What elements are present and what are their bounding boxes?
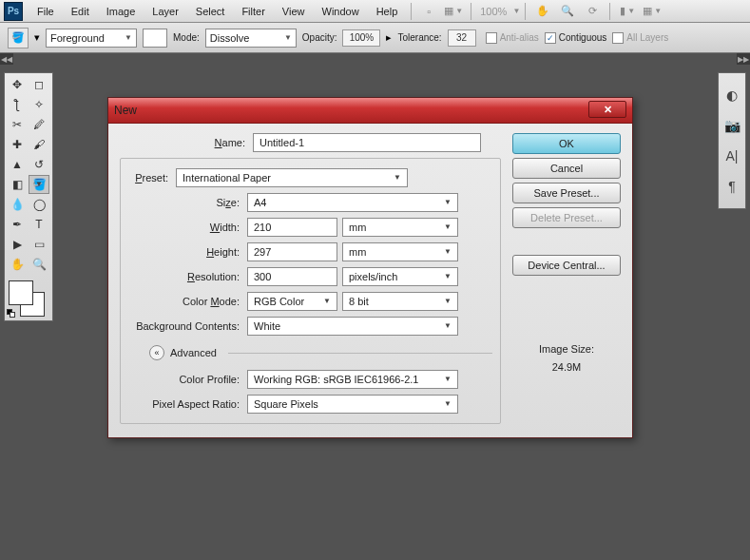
size-select[interactable]: A4: [247, 193, 458, 212]
zoom-tool[interactable]: 🔍: [29, 255, 49, 274]
bridge-icon[interactable]: ▫: [420, 4, 437, 19]
hand-tool[interactable]: ✋: [7, 255, 28, 274]
paint-bucket-tool[interactable]: 🪣: [29, 175, 49, 194]
resolution-unit-select[interactable]: pixels/inch: [342, 267, 458, 286]
resolution-input[interactable]: 300: [247, 267, 337, 286]
blur-tool[interactable]: 💧: [7, 195, 28, 214]
color-profile-label: Color Profile:: [128, 374, 247, 385]
menu-select[interactable]: Select: [187, 3, 234, 20]
preset-select[interactable]: International Paper: [176, 168, 408, 187]
save-preset-button[interactable]: Save Preset...: [512, 183, 621, 203]
width-input[interactable]: 210: [247, 218, 337, 237]
opacity-label: Opacity:: [302, 32, 337, 43]
width-unit-select[interactable]: mm: [342, 218, 458, 237]
rotate-icon[interactable]: ⟳: [584, 4, 601, 19]
cancel-button[interactable]: Cancel: [512, 158, 621, 179]
preset-label: Preset:: [128, 172, 176, 183]
eraser-tool[interactable]: ◧: [7, 175, 28, 194]
close-button[interactable]: ✕: [588, 101, 626, 118]
snapshot-panel-icon[interactable]: 📷: [723, 117, 740, 134]
image-size-info: Image Size: 24.9M: [512, 340, 621, 376]
history-panel-icon[interactable]: ◐: [723, 87, 740, 104]
mode-label: Mode:: [173, 32, 200, 43]
dodge-tool[interactable]: ◯: [29, 195, 49, 214]
history-brush-tool[interactable]: ↺: [29, 155, 49, 174]
fill-source-value: Foreground: [50, 32, 105, 44]
zoom-icon[interactable]: 🔍: [559, 4, 576, 19]
advanced-toggle[interactable]: «: [149, 345, 164, 360]
marquee-tool[interactable]: ◻: [29, 75, 49, 94]
type-tool[interactable]: T: [29, 215, 49, 234]
opacity-input[interactable]: 100%: [342, 29, 380, 47]
tolerance-input[interactable]: 32: [448, 29, 476, 47]
pixel-aspect-select[interactable]: Square Pixels: [247, 395, 458, 414]
height-unit-select[interactable]: mm: [342, 242, 458, 261]
all-layers-checkbox[interactable]: [612, 32, 624, 44]
arrange-icon[interactable]: ▦▼: [644, 4, 661, 19]
lasso-tool[interactable]: ƪ: [7, 95, 28, 114]
move-tool[interactable]: ✥: [7, 75, 28, 94]
menu-edit[interactable]: Edit: [63, 3, 98, 20]
advanced-label: Advanced: [170, 347, 217, 358]
panel-collapse-left[interactable]: ◀◀: [0, 53, 13, 65]
menu-file[interactable]: File: [29, 3, 63, 20]
fill-source-select[interactable]: Foreground▼: [46, 29, 137, 48]
device-central-button[interactable]: Device Central...: [512, 255, 621, 276]
paragraph-panel-icon[interactable]: ¶: [723, 178, 740, 195]
fill-color-swatch[interactable]: [143, 29, 167, 48]
color-mode-select[interactable]: RGB Color: [247, 292, 337, 311]
antialias-checkbox[interactable]: [486, 32, 497, 44]
fg-color-swatch[interactable]: [9, 280, 33, 305]
opacity-flyout[interactable]: ▸: [386, 31, 392, 44]
character-panel-icon[interactable]: A|: [723, 147, 740, 164]
menu-window[interactable]: Window: [314, 3, 368, 20]
bg-contents-select[interactable]: White: [247, 317, 458, 336]
right-panel-strip: ◐ 📷 A| ¶: [718, 72, 746, 209]
divider: [228, 353, 492, 354]
all-layers-label: All Layers: [626, 32, 668, 43]
color-profile-select[interactable]: Working RGB: sRGB IEC61966-2.1: [247, 370, 458, 389]
path-select-tool[interactable]: ▶: [7, 235, 28, 254]
stamp-tool[interactable]: ▲: [7, 155, 28, 174]
zoom-level[interactable]: 100%: [480, 6, 507, 17]
magic-wand-tool[interactable]: ✧: [29, 95, 49, 114]
blend-mode-select[interactable]: Dissolve▼: [205, 29, 297, 48]
name-label: Name:: [120, 137, 253, 148]
paint-bucket-icon[interactable]: 🪣: [8, 28, 29, 48]
miniapp-icon[interactable]: ▦▼: [445, 4, 462, 19]
brush-tool[interactable]: 🖌: [29, 135, 49, 154]
color-depth-select[interactable]: 8 bit: [342, 292, 458, 311]
menu-image[interactable]: Image: [98, 3, 144, 20]
dialog-title-bar[interactable]: New ✕: [108, 98, 632, 124]
chevron-down-icon[interactable]: ▼: [512, 7, 520, 15]
crop-tool[interactable]: ✂: [7, 115, 28, 134]
name-input[interactable]: Untitled-1: [253, 133, 481, 152]
contiguous-checkbox[interactable]: ✓: [545, 32, 556, 44]
height-input[interactable]: 297: [247, 242, 337, 261]
separator: [411, 3, 412, 20]
width-label: Width:: [128, 222, 247, 233]
tool-preset-dropdown[interactable]: ▾: [34, 31, 40, 44]
shape-tool[interactable]: ▭: [29, 235, 49, 254]
pixel-aspect-label: Pixel Aspect Ratio:: [128, 398, 247, 410]
pen-tool[interactable]: ✒: [7, 215, 28, 234]
eyedropper-tool[interactable]: 🖉: [29, 115, 49, 134]
menu-filter[interactable]: Filter: [233, 3, 273, 20]
options-bar: 🪣 ▾ Foreground▼ Mode: Dissolve▼ Opacity:…: [0, 23, 750, 53]
menu-view[interactable]: View: [274, 3, 314, 20]
separator: [471, 3, 471, 20]
hand-icon[interactable]: ✋: [534, 4, 551, 19]
new-document-dialog: New ✕ Name: Untitled-1 Preset: Internati…: [107, 97, 633, 438]
delete-preset-button[interactable]: Delete Preset...: [512, 207, 621, 228]
blend-mode-value: Dissolve: [210, 32, 250, 44]
ok-button[interactable]: OK: [512, 133, 621, 154]
screen-mode-icon[interactable]: ▮▼: [619, 4, 636, 19]
antialias-label: Anti-alias: [500, 32, 539, 43]
heal-tool[interactable]: ✚: [7, 135, 28, 154]
menu-layer[interactable]: Layer: [144, 3, 187, 20]
menu-help[interactable]: Help: [368, 3, 407, 20]
contiguous-label: Contiguous: [559, 32, 607, 43]
panel-collapse-right[interactable]: ▶▶: [737, 53, 750, 65]
default-colors-icon[interactable]: [7, 309, 16, 319]
fg-bg-colors[interactable]: [7, 279, 50, 319]
